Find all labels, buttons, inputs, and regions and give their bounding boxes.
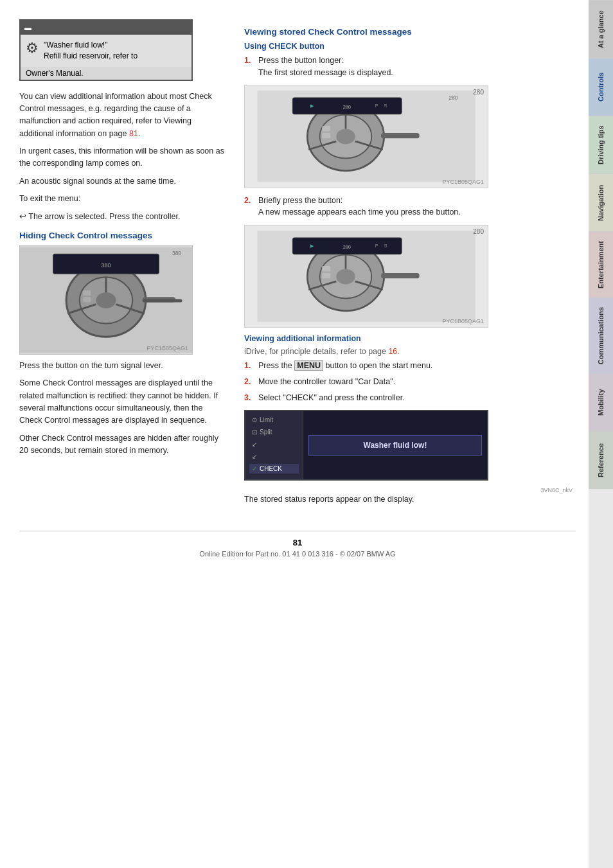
svg-rect-28 [322,133,330,138]
steering-wheel-image: 380 380 PYC1B05QAG1 [19,245,193,355]
body-para-3: An acoustic signal sounds at the same ti… [19,175,225,188]
screen-caption: The stored status reports appear on the … [244,493,576,506]
message-header-bar: ▬ [21,21,191,35]
icon1: ↙ [252,441,257,448]
idrive-screen: ⊙ Limit ⊡ Split ↙ ↙ [244,410,488,481]
message-line1: "Washer fluid low!" [44,40,138,51]
sidebar-tab-mobility[interactable]: Mobility [589,373,613,431]
check-label: CHECK [260,465,282,472]
limit-icon: ⊙ [252,416,257,423]
sidebar-tab-driving-tips[interactable]: Driving tips [589,116,613,173]
svg-rect-10 [83,297,91,302]
sidebar: At a glance Controls Driving tips Naviga… [589,0,613,868]
svg-text:380: 380 [172,251,181,256]
step-text-1: Press the button longer:The first stored… [258,55,393,79]
menu-item-icon1: ↙ [249,439,299,449]
menu-item-check: ✓ CHECK [249,464,299,474]
step-1: 1. Press the button longer:The first sto… [244,55,576,79]
step-2: 2. Briefly press the button:A new messag… [244,195,576,219]
body-para-exit: ↩ The arrow is selected. Press the contr… [19,211,225,223]
step-5: 3. Select "CHECK" and press the controll… [244,392,576,404]
sidebar-tab-communications[interactable]: Communications [589,297,613,373]
svg-rect-37 [381,273,420,278]
svg-rect-27 [322,126,330,131]
idrive-ref: iDrive, for principle details, refer to … [244,347,576,356]
car-interior-image-2: 280 ▶ P S 280 PYC1B05QAG1 [244,225,488,328]
step-num-5: 3. [244,392,254,404]
hiding-heading: Hiding Check Control messages [19,231,225,240]
svg-text:P: P [375,103,378,109]
menu-item-split: ⊡ Split [249,427,299,437]
hiding-body-3: Other Check Control messages are hidden … [19,432,225,457]
step-text-4: Move the controller toward "Car Data". [258,376,395,388]
body-para-2: In urgent cases, this information will b… [19,145,225,170]
svg-text:S: S [384,103,387,109]
page-link-81[interactable]: 81 [129,129,138,138]
page-link-16[interactable]: 16 [388,347,397,356]
menu-item-icon2: ↙ [249,452,299,461]
sidebar-tab-at-a-glance[interactable]: At a glance [589,0,613,58]
step-text-2: Briefly press the button:A new message a… [258,195,461,219]
menu-button-label: MENU [294,360,323,371]
idrive-ref-text: iDrive, for principle details, refer to … [244,347,388,356]
idrive-display-right: Washer fluid low! [303,411,487,479]
check-icon: ✓ [252,465,257,472]
owner-manual-text: Owner's Manual. [21,67,191,80]
copyright-text: Online Edition for Part no. 01 41 0 013 … [19,550,576,558]
svg-rect-8 [143,299,182,302]
page-footer: 81 Online Edition for Part no. 01 41 0 0… [19,531,576,558]
svg-text:P: P [375,243,378,249]
header-icon: ▬ [24,24,31,31]
idrive-menu-left: ⊙ Limit ⊡ Split ↙ ↙ [245,411,303,479]
svg-rect-9 [83,290,91,295]
image-watermark-1: PYC1B05QAG1 [442,179,484,185]
steps-list-1: 1. Press the button longer:The first sto… [244,55,576,79]
sidebar-tab-controls[interactable]: Controls [589,58,613,116]
step-num-2: 2. [244,195,254,219]
message-line2: Refill fluid reservoir, refer to [44,51,138,62]
steps-list-3: 1. Press the MENU button to open the sta… [244,360,576,403]
body-para-4: To exit the menu: [19,193,225,205]
svg-point-33 [336,269,355,285]
image-label-2: 280 [473,228,484,235]
sidebar-tab-reference[interactable]: Reference [589,431,613,489]
page-number: 81 [19,538,576,547]
viewing-stored-heading: Viewing stored Check Control messages [244,27,576,37]
step-text-5: Select "CHECK" and press the controller. [258,392,405,404]
image-label-left: PYC1B05QAG1 [147,345,188,351]
split-icon: ⊡ [252,429,257,436]
viewing-additional-heading: Viewing additional information [244,334,576,343]
message-body: ⚙ "Washer fluid low!" Refill fluid reser… [21,35,191,67]
split-label: Split [260,429,272,436]
hiding-body-2: Some Check Control messages are displaye… [19,377,225,427]
idrive-ref-end: . [397,347,399,356]
limit-label: Limit [260,416,273,423]
car-interior-image-1: 280 ▶ P S 280 280 PYC1B05QAG1 [244,85,488,188]
step-text-3: Press the MENU button to open the start … [258,360,432,372]
check-control-message-box: ▬ ⚙ "Washer fluid low!" Refill fluid res… [19,19,193,81]
image-watermark-2: PYC1B05QAG1 [442,318,484,324]
svg-text:280: 280 [449,95,458,101]
menu-item-limit: ⊙ Limit [249,415,299,425]
svg-point-17 [336,129,355,145]
using-check-heading: Using CHECK button [244,42,576,51]
sidebar-tab-entertainment[interactable]: Entertainment [589,231,613,297]
sidebar-tab-navigation[interactable]: Navigation [589,173,613,231]
washer-fluid-display: Washer fluid low! [308,435,482,456]
steps-list-2: 2. Briefly press the button:A new messag… [244,195,576,219]
warning-icon: ⚙ [26,40,39,57]
svg-rect-44 [322,273,330,278]
svg-text:280: 280 [343,104,351,110]
step-num-3: 1. [244,360,254,372]
svg-rect-43 [322,266,330,271]
step-num-1: 1. [244,55,254,79]
svg-point-3 [96,292,116,308]
step-num-4: 2. [244,376,254,388]
svg-text:280: 280 [343,244,351,249]
svg-text:380: 380 [101,261,111,268]
image-label-1: 280 [473,89,484,96]
step-3: 1. Press the MENU button to open the sta… [244,360,576,372]
svg-rect-21 [381,133,420,138]
step-4: 2. Move the controller toward "Car Data"… [244,376,576,388]
body-para-1: You can view additional information abou… [19,91,225,141]
